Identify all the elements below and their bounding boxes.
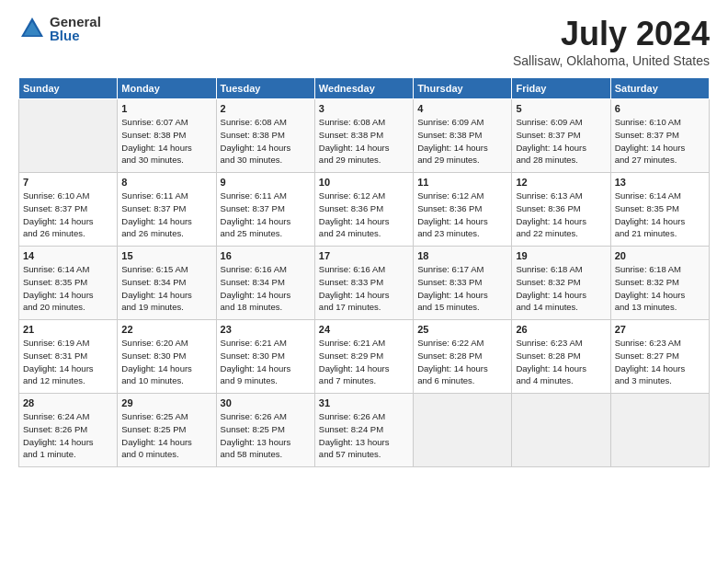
day-cell: 1Sunrise: 6:07 AMSunset: 8:38 PMDaylight… bbox=[118, 99, 216, 173]
day-info: Sunrise: 6:19 AMSunset: 8:31 PMDaylight:… bbox=[23, 337, 113, 387]
day-info: Sunrise: 6:08 AMSunset: 8:38 PMDaylight:… bbox=[221, 116, 311, 167]
day-cell: 15Sunrise: 6:15 AMSunset: 8:34 PMDayligh… bbox=[118, 247, 216, 320]
day-number: 6 bbox=[615, 103, 705, 114]
day-info: Sunrise: 6:23 AMSunset: 8:28 PMDaylight:… bbox=[516, 337, 606, 387]
day-cell: 3Sunrise: 6:08 AMSunset: 8:38 PMDaylight… bbox=[314, 99, 413, 173]
day-info: Sunrise: 6:17 AMSunset: 8:33 PMDaylight:… bbox=[417, 263, 507, 314]
day-number: 25 bbox=[417, 324, 507, 335]
day-info: Sunrise: 6:14 AMSunset: 8:35 PMDaylight:… bbox=[23, 263, 113, 314]
day-number: 17 bbox=[319, 250, 409, 261]
day-cell: 22Sunrise: 6:20 AMSunset: 8:30 PMDayligh… bbox=[118, 320, 216, 394]
day-info: Sunrise: 6:10 AMSunset: 8:37 PMDaylight:… bbox=[23, 190, 113, 240]
logo-icon bbox=[18, 15, 46, 42]
day-info: Sunrise: 6:16 AMSunset: 8:33 PMDaylight:… bbox=[319, 263, 409, 314]
day-number: 5 bbox=[516, 103, 606, 114]
day-cell: 16Sunrise: 6:16 AMSunset: 8:34 PMDayligh… bbox=[216, 247, 314, 320]
day-cell: 19Sunrise: 6:18 AMSunset: 8:32 PMDayligh… bbox=[512, 247, 610, 320]
day-number: 16 bbox=[221, 250, 311, 261]
day-info: Sunrise: 6:15 AMSunset: 8:34 PMDaylight:… bbox=[121, 263, 211, 314]
day-cell: 12Sunrise: 6:13 AMSunset: 8:36 PMDayligh… bbox=[512, 173, 610, 247]
day-cell: 4Sunrise: 6:09 AMSunset: 8:38 PMDaylight… bbox=[414, 99, 512, 173]
day-number: 20 bbox=[615, 250, 705, 261]
day-cell: 7Sunrise: 6:10 AMSunset: 8:37 PMDaylight… bbox=[19, 173, 118, 247]
day-number: 31 bbox=[319, 397, 409, 408]
day-number: 30 bbox=[221, 397, 311, 408]
logo-general: General bbox=[50, 15, 101, 29]
week-row-3: 14Sunrise: 6:14 AMSunset: 8:35 PMDayligh… bbox=[19, 247, 710, 320]
day-cell: 25Sunrise: 6:22 AMSunset: 8:28 PMDayligh… bbox=[414, 320, 512, 394]
day-info: Sunrise: 6:22 AMSunset: 8:28 PMDaylight:… bbox=[417, 337, 507, 387]
day-number: 23 bbox=[221, 324, 311, 335]
header-cell-sunday: Sunday bbox=[19, 78, 118, 99]
day-info: Sunrise: 6:21 AMSunset: 8:29 PMDaylight:… bbox=[319, 337, 409, 387]
logo-text: General Blue bbox=[50, 15, 101, 42]
week-row-4: 21Sunrise: 6:19 AMSunset: 8:31 PMDayligh… bbox=[19, 320, 710, 394]
day-cell: 20Sunrise: 6:18 AMSunset: 8:32 PMDayligh… bbox=[610, 247, 709, 320]
header-cell-wednesday: Wednesday bbox=[314, 78, 413, 99]
day-info: Sunrise: 6:09 AMSunset: 8:37 PMDaylight:… bbox=[516, 116, 606, 167]
week-row-1: 1Sunrise: 6:07 AMSunset: 8:38 PMDaylight… bbox=[19, 99, 710, 173]
day-cell bbox=[610, 394, 709, 467]
day-number: 29 bbox=[121, 397, 211, 408]
day-number: 26 bbox=[516, 324, 606, 335]
day-cell: 21Sunrise: 6:19 AMSunset: 8:31 PMDayligh… bbox=[19, 320, 118, 394]
day-info: Sunrise: 6:16 AMSunset: 8:34 PMDaylight:… bbox=[221, 263, 311, 314]
day-cell: 28Sunrise: 6:24 AMSunset: 8:26 PMDayligh… bbox=[19, 394, 118, 467]
day-info: Sunrise: 6:18 AMSunset: 8:32 PMDaylight:… bbox=[516, 263, 606, 314]
day-number: 10 bbox=[319, 177, 409, 188]
header-cell-monday: Monday bbox=[118, 78, 216, 99]
day-info: Sunrise: 6:25 AMSunset: 8:25 PMDaylight:… bbox=[121, 410, 211, 461]
day-cell: 29Sunrise: 6:25 AMSunset: 8:25 PMDayligh… bbox=[118, 394, 216, 467]
day-cell: 18Sunrise: 6:17 AMSunset: 8:33 PMDayligh… bbox=[414, 247, 512, 320]
day-number: 3 bbox=[319, 103, 409, 114]
day-cell bbox=[19, 99, 118, 173]
header-row: SundayMondayTuesdayWednesdayThursdayFrid… bbox=[19, 78, 710, 99]
header-cell-friday: Friday bbox=[512, 78, 610, 99]
day-cell: 6Sunrise: 6:10 AMSunset: 8:37 PMDaylight… bbox=[610, 99, 709, 173]
day-number: 7 bbox=[23, 177, 113, 188]
day-cell bbox=[512, 394, 610, 467]
day-number: 9 bbox=[221, 177, 311, 188]
day-number: 13 bbox=[615, 177, 705, 188]
day-cell: 10Sunrise: 6:12 AMSunset: 8:36 PMDayligh… bbox=[314, 173, 413, 247]
day-info: Sunrise: 6:23 AMSunset: 8:27 PMDaylight:… bbox=[615, 337, 705, 387]
day-number: 21 bbox=[23, 324, 113, 335]
day-info: Sunrise: 6:09 AMSunset: 8:38 PMDaylight:… bbox=[417, 116, 507, 167]
day-number: 14 bbox=[23, 250, 113, 261]
title-block: July 2024 Sallisaw, Oklahoma, United Sta… bbox=[513, 15, 710, 68]
day-cell bbox=[414, 394, 512, 467]
calendar-table: SundayMondayTuesdayWednesdayThursdayFrid… bbox=[18, 77, 710, 467]
day-number: 8 bbox=[121, 177, 211, 188]
week-row-5: 28Sunrise: 6:24 AMSunset: 8:26 PMDayligh… bbox=[19, 394, 710, 467]
day-cell: 11Sunrise: 6:12 AMSunset: 8:36 PMDayligh… bbox=[414, 173, 512, 247]
subtitle: Sallisaw, Oklahoma, United States bbox=[513, 53, 710, 68]
day-info: Sunrise: 6:12 AMSunset: 8:36 PMDaylight:… bbox=[319, 190, 409, 240]
day-info: Sunrise: 6:11 AMSunset: 8:37 PMDaylight:… bbox=[221, 190, 311, 240]
header-cell-thursday: Thursday bbox=[414, 78, 512, 99]
day-cell: 31Sunrise: 6:26 AMSunset: 8:24 PMDayligh… bbox=[314, 394, 413, 467]
day-cell: 24Sunrise: 6:21 AMSunset: 8:29 PMDayligh… bbox=[314, 320, 413, 394]
page-header: General Blue July 2024 Sallisaw, Oklahom… bbox=[18, 15, 710, 68]
day-number: 2 bbox=[221, 103, 311, 114]
day-info: Sunrise: 6:11 AMSunset: 8:37 PMDaylight:… bbox=[121, 190, 211, 240]
day-number: 27 bbox=[615, 324, 705, 335]
day-number: 15 bbox=[121, 250, 211, 261]
day-number: 4 bbox=[417, 103, 507, 114]
day-info: Sunrise: 6:20 AMSunset: 8:30 PMDaylight:… bbox=[121, 337, 211, 387]
day-cell: 27Sunrise: 6:23 AMSunset: 8:27 PMDayligh… bbox=[610, 320, 709, 394]
day-number: 24 bbox=[319, 324, 409, 335]
day-number: 18 bbox=[417, 250, 507, 261]
day-cell: 17Sunrise: 6:16 AMSunset: 8:33 PMDayligh… bbox=[314, 247, 413, 320]
day-info: Sunrise: 6:08 AMSunset: 8:38 PMDaylight:… bbox=[319, 116, 409, 167]
header-cell-saturday: Saturday bbox=[610, 78, 709, 99]
week-row-2: 7Sunrise: 6:10 AMSunset: 8:37 PMDaylight… bbox=[19, 173, 710, 247]
day-info: Sunrise: 6:07 AMSunset: 8:38 PMDaylight:… bbox=[121, 116, 211, 167]
logo: General Blue bbox=[18, 15, 101, 42]
day-number: 1 bbox=[121, 103, 211, 114]
day-number: 28 bbox=[23, 397, 113, 408]
day-info: Sunrise: 6:26 AMSunset: 8:25 PMDaylight:… bbox=[221, 410, 311, 461]
day-cell: 9Sunrise: 6:11 AMSunset: 8:37 PMDaylight… bbox=[216, 173, 314, 247]
day-cell: 30Sunrise: 6:26 AMSunset: 8:25 PMDayligh… bbox=[216, 394, 314, 467]
day-number: 11 bbox=[417, 177, 507, 188]
header-cell-tuesday: Tuesday bbox=[216, 78, 314, 99]
